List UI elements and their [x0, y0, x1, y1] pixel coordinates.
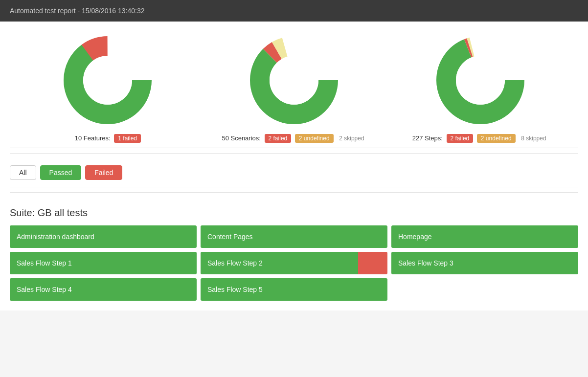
feature-name: Sales Flow Step 2	[201, 252, 358, 274]
steps-undefined-badge: 2 undefined	[477, 134, 516, 143]
filters-row: All Passed Failed	[10, 158, 578, 187]
suite-section: Suite: GB all tests Administration dashb…	[10, 198, 578, 301]
header-bar: Automated test report - 15/08/2016 13:40…	[0, 0, 588, 22]
charts-row: 10 Features: 1 failed 50 Scenarios: 2 fa…	[10, 22, 578, 148]
suite-title: Suite: GB all tests	[10, 207, 578, 219]
steps-donut	[431, 31, 529, 129]
features-failed-badge: 1 failed	[114, 134, 141, 143]
feature-item[interactable]: Sales Flow Step 5	[201, 278, 387, 301]
steps-skipped-badge: 8 skipped	[519, 134, 548, 143]
features-label: 10 Features: 1 failed	[75, 134, 141, 143]
steps-label: 227 Steps: 2 failed 2 undefined 8 skippe…	[412, 134, 548, 143]
feature-name: Sales Flow Step 1	[10, 252, 197, 274]
feature-name: Homepage	[391, 225, 578, 248]
scenarios-donut	[245, 31, 343, 129]
features-chart: 10 Features: 1 failed	[15, 31, 201, 143]
feature-item-failed[interactable]: Sales Flow Step 2	[201, 252, 387, 274]
feature-name: Content Pages	[201, 225, 387, 248]
filter-all-button[interactable]: All	[10, 165, 36, 180]
feature-item[interactable]: Sales Flow Step 1	[10, 252, 197, 274]
steps-total: 227 Steps:	[412, 134, 443, 142]
scenarios-total: 50 Scenarios:	[222, 134, 261, 142]
feature-name: Sales Flow Step 5	[201, 278, 387, 301]
features-total: 10 Features:	[75, 134, 111, 142]
scenarios-undefined-badge: 2 undefined	[295, 134, 334, 143]
feature-name: Sales Flow Step 4	[10, 278, 197, 301]
feature-failed-indicator	[358, 252, 387, 274]
scenarios-label: 50 Scenarios: 2 failed 2 undefined 2 ski…	[222, 134, 366, 143]
divider-1	[10, 153, 578, 154]
scenarios-skipped-badge: 2 skipped	[337, 134, 366, 143]
feature-item[interactable]: Homepage	[391, 225, 578, 248]
feature-item[interactable]: Sales Flow Step 3	[391, 252, 578, 274]
svg-point-6	[270, 56, 318, 105]
features-grid: Administration dashboard Content Pages H…	[10, 225, 578, 301]
steps-failed-badge: 2 failed	[447, 134, 474, 143]
feature-item[interactable]: Sales Flow Step 4	[10, 278, 197, 301]
features-donut	[59, 31, 157, 129]
svg-point-2	[83, 56, 132, 105]
filter-passed-button[interactable]: Passed	[40, 165, 82, 180]
divider-2	[10, 192, 578, 193]
feature-name: Sales Flow Step 3	[391, 252, 578, 274]
svg-point-10	[456, 56, 505, 105]
scenarios-chart: 50 Scenarios: 2 failed 2 undefined 2 ski…	[201, 31, 387, 143]
scenarios-failed-badge: 2 failed	[265, 134, 292, 143]
feature-item[interactable]: Administration dashboard	[10, 225, 197, 248]
filter-failed-button[interactable]: Failed	[85, 165, 122, 180]
feature-item[interactable]: Content Pages	[201, 225, 387, 248]
report-title: Automated test report - 15/08/2016 13:40…	[10, 7, 145, 15]
feature-name: Administration dashboard	[10, 225, 197, 248]
steps-chart: 227 Steps: 2 failed 2 undefined 8 skippe…	[387, 31, 573, 143]
